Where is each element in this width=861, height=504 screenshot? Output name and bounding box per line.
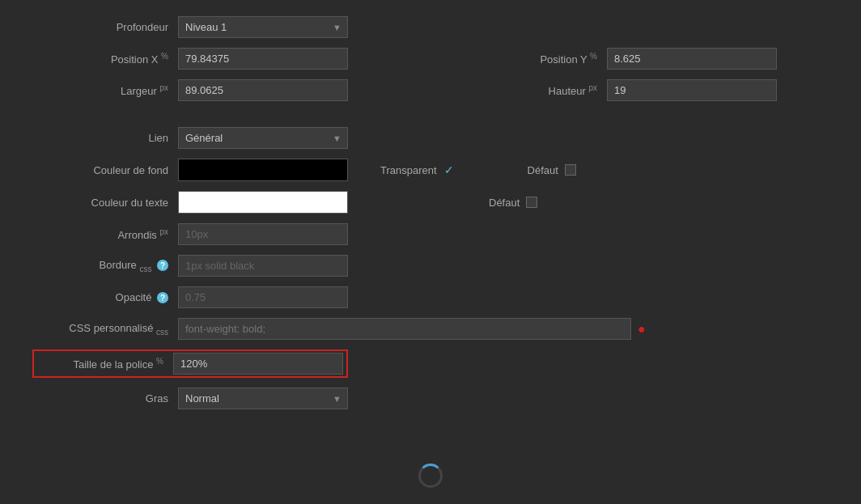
position-x-input[interactable] bbox=[178, 48, 348, 70]
largeur-label: Largeur px bbox=[32, 83, 178, 97]
bordure-help-icon[interactable]: ? bbox=[157, 260, 168, 271]
transparent-label: Transparent bbox=[380, 164, 437, 176]
opacite-input[interactable] bbox=[178, 286, 348, 308]
position-y-input[interactable] bbox=[607, 48, 777, 70]
position-x-label: Position X % bbox=[32, 52, 178, 66]
transparent-checkbox[interactable]: ✓ bbox=[443, 164, 455, 176]
gras-label: Gras bbox=[32, 392, 178, 404]
css-unit: css bbox=[156, 327, 168, 336]
couleur-fond-picker[interactable] bbox=[178, 159, 348, 181]
couleur-texte-picker[interactable] bbox=[178, 191, 348, 214]
lien-label: Lien bbox=[32, 132, 178, 144]
couleur-texte-label: Couleur du texte bbox=[32, 197, 178, 209]
profondeur-select[interactable]: Niveau 1 Niveau 2 Niveau 3 bbox=[178, 16, 348, 38]
profondeur-label: Profondeur bbox=[32, 21, 178, 33]
profondeur-select-wrapper: Niveau 1 Niveau 2 Niveau 3 ▼ bbox=[178, 16, 348, 38]
bordure-unit: css bbox=[139, 264, 151, 273]
opacite-label: Opacité ? bbox=[32, 291, 178, 304]
couleur-fond-label: Couleur de fond bbox=[32, 164, 178, 176]
css-error-icon: ● bbox=[638, 322, 646, 337]
lien-select-wrapper: Général Externe Interne ▼ bbox=[178, 127, 348, 149]
loading-spinner bbox=[418, 464, 443, 488]
defaut-group-2: Défaut bbox=[489, 197, 537, 209]
hauteur-input[interactable] bbox=[607, 79, 777, 101]
taille-police-label: Taille de la police % bbox=[37, 357, 173, 371]
defaut-checkbox-2[interactable] bbox=[526, 197, 537, 208]
taille-police-highlighted-row: Taille de la police % bbox=[32, 349, 348, 378]
arrondis-label: Arrondis px bbox=[32, 227, 178, 241]
defaut-label-2: Défaut bbox=[489, 197, 520, 209]
lien-select[interactable]: Général Externe Interne bbox=[178, 127, 348, 149]
defaut-group-1: Défaut bbox=[528, 164, 576, 176]
gras-select-wrapper: Normal Bold Light ▼ bbox=[178, 388, 348, 409]
defaut-checkbox-1[interactable] bbox=[565, 164, 576, 176]
hauteur-label: Hauteur px bbox=[461, 83, 607, 97]
bordure-label: Bordure css ? bbox=[32, 259, 178, 273]
taille-police-input[interactable] bbox=[173, 353, 343, 375]
opacite-help-icon[interactable]: ? bbox=[157, 292, 168, 303]
position-y-label: Position Y % bbox=[461, 52, 607, 66]
gras-select[interactable]: Normal Bold Light bbox=[178, 388, 348, 409]
bordure-input[interactable] bbox=[178, 255, 348, 277]
css-label: CSS personnalisé css bbox=[32, 322, 178, 337]
defaut-label-1: Défaut bbox=[528, 164, 558, 176]
arrondis-input[interactable] bbox=[178, 223, 348, 245]
largeur-input[interactable] bbox=[178, 79, 348, 101]
css-input[interactable] bbox=[178, 318, 631, 340]
transparent-group: Transparent ✓ bbox=[380, 164, 455, 176]
